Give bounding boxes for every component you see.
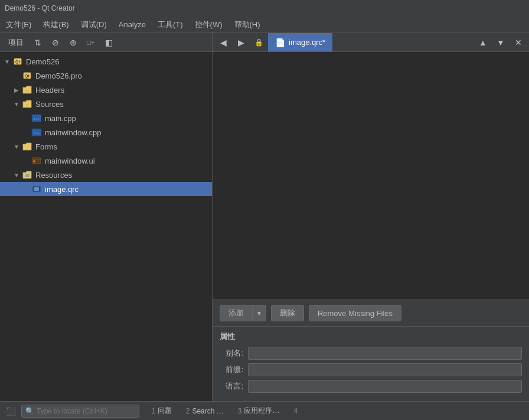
maincpp-label: main.cpp	[45, 114, 76, 123]
add-panel-button[interactable]: □+	[83, 34, 99, 51]
pro-file-icon: Qt	[21, 71, 33, 80]
tree-item-mainwindowcpp[interactable]: ▶ c++ mainwindow.cpp	[0, 125, 212, 139]
locate-input[interactable]	[37, 407, 125, 415]
tree-item-resources[interactable]: ▼ Resources	[0, 168, 212, 182]
tree-item-demo526[interactable]: ▼ Qt Demo526	[0, 54, 212, 69]
file-tab-name: image.qrc*	[289, 38, 325, 47]
search-icon: 🔍	[25, 407, 34, 415]
tree-item-mainwindowui[interactable]: ▶ mainwindow.ui	[0, 154, 212, 168]
bottom-tab-issues[interactable]: 1 问题	[144, 402, 179, 421]
bottom-tab-4[interactable]: 4	[286, 402, 305, 421]
language-label: 语言:	[220, 381, 243, 392]
add-dropdown-arrow[interactable]: ▼	[253, 305, 266, 321]
expand-arrow-forms: ▼	[12, 144, 21, 150]
language-input[interactable]	[248, 380, 522, 393]
close-panel-button[interactable]: ✕	[510, 34, 527, 51]
file-tab-icon: 📄	[275, 38, 285, 47]
pro-icon: Qt	[12, 57, 24, 66]
resources-label: Resources	[35, 171, 72, 180]
expand-arrow-resources: ▼	[12, 172, 21, 178]
property-row-language: 语言:	[220, 380, 522, 393]
search-box: 🔍	[21, 405, 139, 418]
search-label: Search …	[192, 407, 223, 415]
properties-title: 属性	[220, 331, 522, 342]
issues-label: 问题	[158, 406, 172, 416]
alias-label: 别名:	[220, 348, 243, 359]
svg-text:c++: c++	[34, 117, 40, 121]
tree-item-imageqrc[interactable]: ▶ image.qrc	[0, 182, 212, 196]
svg-point-12	[33, 160, 35, 162]
left-toolbar: 项目 ⇅ ⊘ ⊕ □+ ◧	[0, 33, 212, 52]
forward-button[interactable]: ▶	[233, 34, 249, 51]
svg-point-16	[35, 188, 38, 190]
property-row-alias: 别名:	[220, 347, 522, 360]
forms-folder-icon	[21, 142, 33, 151]
project-tree: ▼ Qt Demo526 ▶ Qt	[0, 52, 212, 198]
tree-item-forms[interactable]: ▼ Forms	[0, 139, 212, 154]
scroll-up-button[interactable]: ▲	[475, 34, 491, 51]
prefix-label: 前缀:	[220, 364, 243, 375]
file-tab[interactable]: 📄 image.qrc*	[268, 33, 332, 51]
add-button-label[interactable]: 添加	[220, 305, 253, 321]
bottom-tab-search[interactable]: 2 Search …	[179, 402, 231, 421]
sort-button[interactable]: ⇅	[30, 34, 46, 51]
prefix-input[interactable]	[248, 363, 522, 376]
menu-bar: 文件(E) 构建(B) 调试(D) Analyze 工具(T) 控件(W) 帮助…	[0, 17, 529, 33]
buttons-area: 添加 ▼ 删除 Remove Missing Files	[213, 299, 529, 326]
link-button[interactable]: ⊕	[65, 34, 81, 51]
sources-label: Sources	[35, 100, 64, 109]
tree-item-maincpp[interactable]: ▶ c++ main.cpp	[0, 111, 212, 125]
title-bar: Demo526 - Qt Creator	[0, 0, 529, 17]
tab4-num: 4	[293, 407, 298, 415]
remove-missing-label: Remove Missing Files	[318, 309, 393, 318]
svg-text:Qt: Qt	[15, 60, 20, 64]
add-split-button[interactable]: 添加 ▼	[220, 305, 266, 321]
resource-area: 添加 ▼ 删除 Remove Missing Files 属性 别名:	[213, 52, 529, 401]
tree-item-sources[interactable]: ▼ c Sources	[0, 97, 212, 111]
terminal-button[interactable]: ⬛	[2, 403, 19, 419]
resource-empty-area	[213, 52, 529, 299]
scroll-down-button[interactable]: ▼	[492, 34, 509, 51]
imageqrc-label: image.qrc	[45, 185, 79, 194]
bottom-tab-app[interactable]: 3 应用程序…	[231, 402, 287, 421]
left-panel: 项目 ⇅ ⊘ ⊕ □+ ◧ ▼ Qt Dem	[0, 33, 213, 401]
svg-text:h: h	[26, 89, 28, 92]
menu-build[interactable]: 构建(B)	[37, 17, 74, 32]
resources-folder-icon	[21, 170, 33, 180]
tree-item-headers[interactable]: ▶ h Headers	[0, 83, 212, 97]
remove-button-label: 删除	[280, 308, 295, 318]
title-text: Demo526 - Qt Creator	[5, 4, 75, 12]
tree-item-demo526pro[interactable]: ▶ Qt Demo526.pro	[0, 69, 212, 83]
menu-debug[interactable]: 调试(D)	[75, 17, 113, 32]
main-layout: 项目 ⇅ ⊘ ⊕ □+ ◧ ▼ Qt Dem	[0, 33, 529, 420]
qrc-icon	[31, 184, 43, 194]
cpp-icon-mainwindow: c++	[31, 128, 43, 137]
alias-input[interactable]	[248, 347, 522, 360]
sources-folder-icon: c	[21, 99, 33, 109]
headers-label: Headers	[35, 86, 64, 95]
lock-button[interactable]: 🔒	[250, 34, 267, 51]
content-area: 项目 ⇅ ⊘ ⊕ □+ ◧ ▼ Qt Dem	[0, 33, 529, 401]
menu-help[interactable]: 帮助(H)	[228, 17, 266, 32]
demo526pro-label: Demo526.pro	[35, 71, 82, 80]
ui-icon	[31, 156, 43, 165]
menu-analyze[interactable]: Analyze	[113, 18, 152, 31]
svg-text:c++: c++	[34, 131, 40, 135]
remove-button[interactable]: 删除	[271, 305, 304, 321]
mainwindowcpp-label: mainwindow.cpp	[45, 128, 101, 137]
remove-missing-button[interactable]: Remove Missing Files	[309, 305, 401, 321]
back-button[interactable]: ◀	[215, 34, 231, 51]
menu-file[interactable]: 文件(E)	[0, 17, 37, 32]
demo526-label: Demo526	[26, 57, 59, 66]
property-row-prefix: 前缀:	[220, 363, 522, 376]
right-panel: ◀ ▶ 🔒 📄 image.qrc* ▲ ▼ ✕ 添加 ▼	[213, 33, 529, 401]
toggle-panel-button[interactable]: ◧	[100, 34, 117, 51]
filter-button[interactable]: ⊘	[47, 34, 64, 51]
menu-widgets[interactable]: 控件(W)	[189, 17, 228, 32]
svg-rect-13	[25, 174, 30, 177]
app-label: 应用程序…	[244, 406, 279, 416]
expand-arrow-headers: ▶	[12, 87, 21, 93]
mainwindowui-label: mainwindow.ui	[45, 157, 95, 165]
menu-tools[interactable]: 工具(T)	[152, 17, 189, 32]
properties-area: 属性 别名: 前缀: 语言:	[213, 326, 529, 401]
